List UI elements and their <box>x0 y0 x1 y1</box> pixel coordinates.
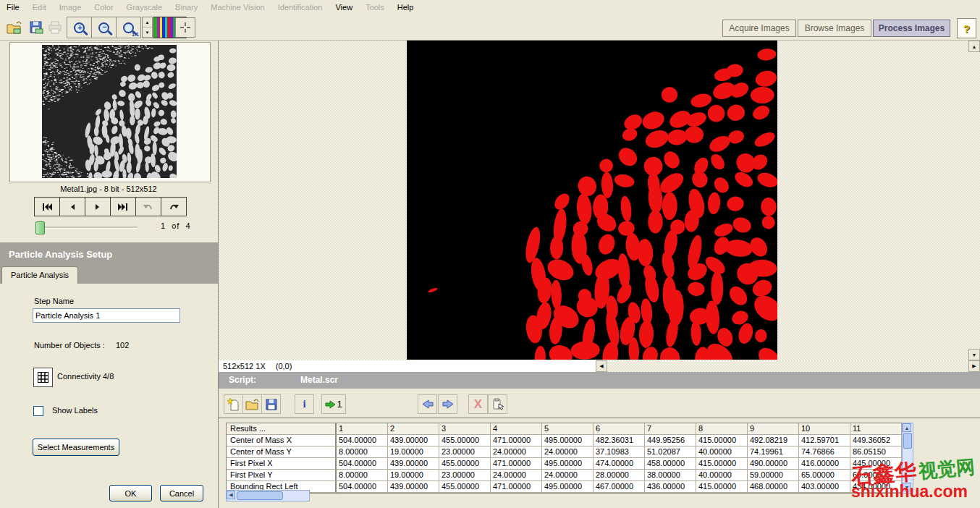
menu-view[interactable]: View <box>329 1 359 13</box>
results-cell[interactable]: 68.00000 <box>850 470 902 481</box>
new-script-button[interactable] <box>224 394 243 414</box>
redo-button[interactable] <box>161 197 187 216</box>
save-script-button[interactable] <box>261 394 281 414</box>
results-cell[interactable]: 38.00000 <box>645 470 696 481</box>
acquire-images-button[interactable]: Acquire Images <box>722 20 796 37</box>
results-header-cell[interactable]: 2 <box>388 423 439 435</box>
results-cell[interactable]: 434.00000 <box>850 481 902 493</box>
results-cell[interactable]: 439.00000 <box>388 458 439 470</box>
results-cell[interactable]: 482.36031 <box>594 435 645 446</box>
results-cell[interactable]: 8.00000 <box>337 470 388 481</box>
results-cell[interactable]: 415.00000 <box>696 458 748 470</box>
results-scroll-down-icon[interactable]: ▼ <box>903 483 911 491</box>
results-cell[interactable]: 439.00000 <box>388 481 439 493</box>
ok-button[interactable]: OK <box>109 485 152 501</box>
save-image-button[interactable] <box>26 17 46 38</box>
results-cell[interactable]: 65.00000 <box>799 470 850 481</box>
results-header-cell[interactable]: 7 <box>645 423 696 435</box>
previous-image-button[interactable] <box>60 197 85 216</box>
results-cell[interactable]: 24.00000 <box>491 446 542 458</box>
results-cell[interactable]: 59.00000 <box>748 470 799 481</box>
results-cell[interactable]: 403.00000 <box>799 481 850 493</box>
results-row-name[interactable]: Center of Mass X <box>227 435 337 446</box>
last-image-button[interactable] <box>111 197 136 216</box>
results-header-cell[interactable]: 11 <box>850 423 902 435</box>
results-row-name[interactable]: First Pixel Y <box>227 470 337 481</box>
results-cell[interactable]: 495.00000 <box>542 458 594 470</box>
binary-particle-image[interactable] <box>407 41 777 360</box>
tab-particle-analysis[interactable]: Particle Analysis <box>1 266 78 284</box>
results-cell[interactable]: 455.00000 <box>439 481 491 493</box>
results-cell[interactable]: 8.00000 <box>337 446 388 458</box>
results-cell[interactable]: 74.19961 <box>748 446 799 458</box>
edit-step-button[interactable] <box>488 394 507 414</box>
results-cell[interactable]: 37.10983 <box>594 446 645 458</box>
zoom-in-button[interactable]: + <box>67 17 92 38</box>
results-cell[interactable]: 495.00000 <box>542 481 594 493</box>
results-cell[interactable]: 412.59701 <box>799 435 850 446</box>
results-row-name[interactable]: First Pixel X <box>227 458 337 470</box>
image-horizontal-scrollbar[interactable]: ◀ ▶ <box>596 360 980 372</box>
results-cell[interactable]: 467.00000 <box>594 481 645 493</box>
results-cell[interactable]: 504.00000 <box>337 435 388 446</box>
step-name-input[interactable] <box>33 308 180 323</box>
results-cell[interactable]: 24.00000 <box>542 446 594 458</box>
connectivity-button[interactable] <box>33 368 53 387</box>
results-header-cell[interactable]: 1 <box>337 423 388 435</box>
results-cell[interactable]: 40.00000 <box>696 470 748 481</box>
cancel-button[interactable]: Cancel <box>160 485 203 501</box>
thumbnail-image[interactable] <box>42 45 177 178</box>
results-cell[interactable]: 19.00000 <box>388 446 439 458</box>
results-vertical-scrollbar[interactable]: ▲ ▼ <box>902 423 913 494</box>
results-cell[interactable]: 449.36052 <box>850 435 902 446</box>
results-cell[interactable]: 468.00000 <box>748 481 799 493</box>
spinner-down-icon[interactable]: ▼ <box>143 27 152 38</box>
results-header-cell[interactable]: 5 <box>542 423 594 435</box>
results-cell[interactable]: 455.00000 <box>439 435 491 446</box>
open-script-button[interactable] <box>242 394 262 414</box>
zoom-out-button[interactable]: − <box>91 17 117 38</box>
show-labels-checkbox[interactable] <box>33 406 43 416</box>
results-header-cell[interactable]: 6 <box>594 423 645 435</box>
results-header-cell[interactable]: 8 <box>696 423 748 435</box>
results-cell[interactable]: 458.00000 <box>645 458 696 470</box>
results-cell[interactable]: 40.00000 <box>696 446 748 458</box>
results-cell[interactable]: 504.00000 <box>337 458 388 470</box>
results-row-name[interactable]: Center of Mass Y <box>227 446 337 458</box>
results-cell[interactable]: 471.00000 <box>491 481 542 493</box>
results-cell[interactable]: 455.00000 <box>439 458 491 470</box>
process-images-button[interactable]: Process Images <box>873 20 950 37</box>
results-cell[interactable]: 449.95256 <box>645 435 696 446</box>
results-header-cell[interactable]: 10 <box>799 423 850 435</box>
results-cell[interactable]: 74.76866 <box>799 446 850 458</box>
first-image-button[interactable] <box>34 197 60 216</box>
scroll-down-icon[interactable]: ▼ <box>968 349 980 360</box>
results-cell[interactable]: 23.00000 <box>439 470 491 481</box>
spinner-up-icon[interactable]: ▲ <box>143 17 152 27</box>
results-header-cell[interactable]: 4 <box>491 423 542 435</box>
results-horizontal-scrollbar[interactable]: ◀ <box>226 490 310 501</box>
results-cell[interactable]: 474.00000 <box>594 458 645 470</box>
results-cell[interactable]: 436.00000 <box>645 481 696 493</box>
menu-file[interactable]: File <box>0 1 26 13</box>
menu-help[interactable]: Help <box>391 1 421 13</box>
results-cell[interactable]: 24.00000 <box>491 470 542 481</box>
results-cell[interactable]: 471.00000 <box>491 435 542 446</box>
results-cell[interactable]: 490.00000 <box>748 458 799 470</box>
open-image-button[interactable] <box>4 17 25 38</box>
results-cell[interactable]: 492.08219 <box>748 435 799 446</box>
results-header-cell[interactable]: 9 <box>748 423 799 435</box>
results-cell[interactable]: 471.00000 <box>491 458 542 470</box>
results-cell[interactable]: 445.00000 <box>850 458 902 470</box>
image-vertical-scrollbar[interactable]: ▲ ▼ <box>968 41 980 360</box>
results-cell[interactable]: 439.00000 <box>388 435 439 446</box>
results-header-cell[interactable]: 3 <box>439 423 491 435</box>
results-cell[interactable]: 415.00000 <box>696 481 748 493</box>
results-scroll-left-icon[interactable]: ◀ <box>227 491 235 499</box>
results-cell[interactable]: 23.00000 <box>439 446 491 458</box>
results-cell[interactable]: 86.05150 <box>850 446 902 458</box>
crosshair-tool-button[interactable] <box>175 17 195 38</box>
results-cell[interactable]: 19.00000 <box>388 470 439 481</box>
scroll-right-icon[interactable]: ▶ <box>968 360 980 372</box>
results-cell[interactable]: 416.00000 <box>799 458 850 470</box>
